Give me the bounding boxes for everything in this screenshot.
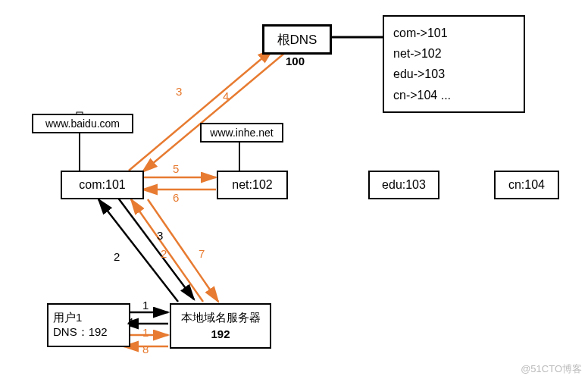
arrow-orange-4 [142,52,286,172]
node-edu: edu:103 [368,171,439,199]
node-com: com:101 [61,171,144,199]
map-line-4: cn->104 ... [393,85,514,105]
node-cn: cn:104 [494,171,559,199]
node-net: net:102 [217,171,288,199]
root-map-box: com->101 net->102 edu->103 cn->104 ... [383,15,525,113]
map-line-3: edu->103 [393,64,514,84]
watermark: @51CTO博客 [521,362,582,376]
step-b2: 2 [114,250,120,263]
node-user: 用户1 DNS：192 [47,303,130,347]
node-baidu: www.baidu.com [32,114,133,133]
step-o7: 7 [199,247,205,260]
step-o8: 8 [142,343,149,356]
step-o4: 4 [223,89,229,102]
step-b3: 3 [157,229,163,242]
arrow-orange-3 [129,49,273,171]
map-line-2: net->102 [393,43,514,64]
step-b4: 4 [127,315,133,328]
map-line-1: com->101 [393,23,514,43]
node-inhe: www.inhe.net [200,123,283,143]
local-name: 本地域名服务器 [181,309,261,327]
local-ip: 192 [211,326,230,343]
step-o3: 3 [176,85,182,98]
node-local: 本地域名服务器 192 [170,303,271,349]
step-o1: 1 [142,326,149,339]
node-root-dns: 根DNS [262,24,332,55]
step-b1: 1 [142,299,149,312]
root-ip-label: 100 [286,55,305,67]
step-o5: 5 [173,162,179,175]
step-o6: 6 [173,191,179,204]
step-o2: 2 [161,247,167,260]
